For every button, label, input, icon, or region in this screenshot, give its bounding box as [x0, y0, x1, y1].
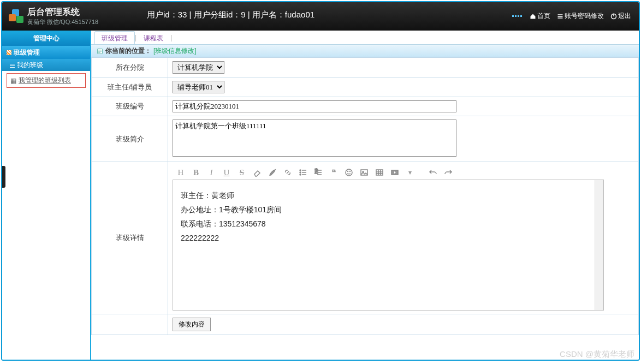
textarea-intro[interactable]: 计算机学院第一个班级111111 — [173, 120, 456, 157]
power-icon — [610, 13, 617, 20]
editor-line: 班主任：黄老师 — [181, 191, 596, 201]
strike-icon[interactable]: S — [235, 166, 249, 179]
svg-point-4 — [300, 172, 301, 173]
dots-icon — [512, 15, 522, 17]
editor-toolbar: H B I U S 12 ❝ — [173, 165, 604, 180]
svg-rect-11 — [361, 170, 367, 175]
select-teacher[interactable]: 辅导老师01 — [173, 81, 224, 93]
svg-text:2: 2 — [314, 168, 318, 175]
sidebar-title: 管理中心 — [2, 31, 90, 46]
home-icon — [530, 13, 536, 20]
eraser-icon[interactable] — [250, 166, 264, 179]
editor-line: 联系电话：13512345678 — [181, 219, 596, 229]
underline-icon[interactable]: U — [219, 166, 234, 179]
sub-icon — [10, 63, 15, 68]
bold-icon[interactable]: B — [189, 166, 203, 179]
ul-icon[interactable] — [296, 166, 310, 179]
editor-content[interactable]: 班主任：黄老师 办公地址：1号教学楼101房间 联系电话：13512345678… — [173, 180, 604, 311]
table-icon[interactable] — [372, 166, 387, 179]
svg-point-9 — [348, 171, 348, 172]
svg-point-10 — [350, 171, 351, 172]
home-button[interactable]: 首页 — [527, 10, 553, 22]
svg-rect-13 — [376, 170, 383, 175]
undo-icon[interactable] — [426, 166, 440, 179]
italic-icon[interactable]: I — [204, 166, 218, 179]
image-icon[interactable] — [357, 166, 371, 179]
svg-point-8 — [346, 169, 352, 176]
sidebar-group-classmgmt[interactable]: 班级管理 — [2, 46, 90, 59]
password-button[interactable]: 账号密码修改 — [555, 10, 606, 22]
redo-icon[interactable] — [441, 166, 455, 179]
doc-icon: ▦ — [10, 77, 16, 85]
page-icon — [97, 48, 103, 55]
tabs: 班级管理 | 课程表 | — [91, 31, 639, 45]
header-userinfo: 用户id：33 | 用户分组id：9 | 用户名：fudao01 — [147, 10, 314, 20]
label-teacher: 班主任/辅导员 — [92, 77, 168, 97]
select-branch[interactable]: 计算机学院 — [173, 61, 224, 74]
label-classno: 班级编号 — [92, 97, 168, 116]
tab-schedule[interactable]: 课程表 — [136, 31, 170, 44]
input-classno[interactable] — [173, 100, 456, 112]
sidebar-handle[interactable] — [2, 166, 5, 188]
breadcrumb: 你当前的位置：[班级信息修改] — [91, 45, 639, 57]
logo-icon — [9, 9, 23, 23]
tab-classmgmt[interactable]: 班级管理 — [94, 31, 135, 44]
svg-rect-1 — [613, 13, 614, 16]
link-icon[interactable] — [281, 166, 295, 179]
heading-icon[interactable]: H — [174, 166, 188, 179]
list-icon — [557, 13, 563, 20]
brush-icon[interactable] — [265, 166, 280, 179]
logout-button[interactable]: 退出 — [608, 10, 633, 22]
ol-icon[interactable]: 12 — [311, 166, 325, 179]
label-detail: 班级详情 — [92, 162, 168, 314]
brand-sub: 黄菊华 微信/QQ:45157718 — [27, 18, 98, 26]
svg-point-5 — [300, 174, 301, 175]
video-icon[interactable] — [388, 166, 402, 179]
editor-line: 办公地址：1号教学楼101房间 — [181, 205, 596, 215]
label-branch: 所在分院 — [92, 58, 168, 77]
header: 后台管理系统 黄菊华 微信/QQ:45157718 用户id：33 | 用户分组… — [2, 2, 639, 31]
emoji-icon[interactable] — [342, 166, 356, 179]
scrollbar[interactable] — [595, 180, 603, 310]
quote-icon[interactable]: ❝ — [327, 166, 341, 179]
group-icon — [7, 50, 11, 55]
editor-line: 222222222 — [181, 234, 596, 242]
brand-title: 后台管理系统 — [27, 7, 98, 18]
svg-point-3 — [300, 170, 301, 171]
sidebar-sub-myclass[interactable]: 我的班级 — [2, 59, 90, 71]
sidebar: 管理中心 班级管理 我的班级 ▦我管理的班级列表 — [2, 31, 91, 360]
more-icon[interactable]: ▾ — [403, 166, 417, 179]
sidebar-link-myclasslist[interactable]: ▦我管理的班级列表 — [7, 73, 86, 88]
label-intro: 班级简介 — [92, 116, 168, 162]
submit-button[interactable]: 修改内容 — [173, 318, 211, 331]
